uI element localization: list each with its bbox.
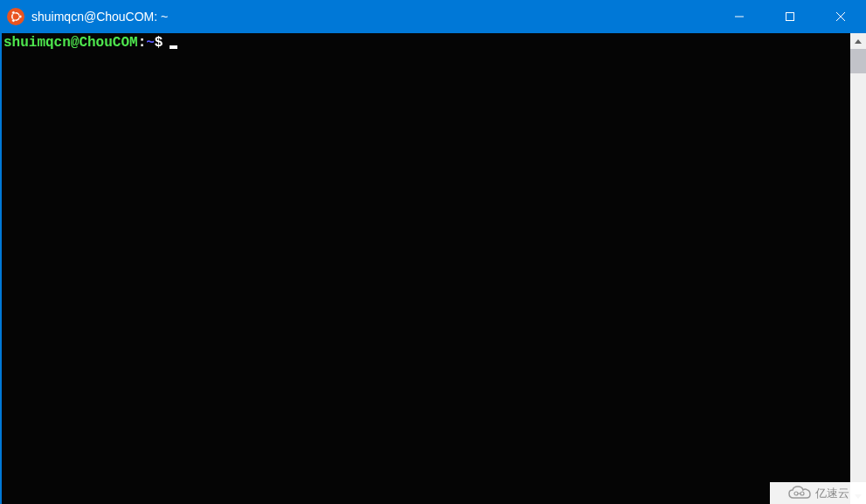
cloud-icon	[787, 486, 812, 501]
maximize-button[interactable]	[765, 0, 815, 33]
ubuntu-icon	[7, 8, 24, 25]
terminal-cursor	[170, 45, 177, 49]
scroll-thumb[interactable]	[850, 49, 866, 73]
prompt-symbol: $	[155, 35, 163, 51]
titlebar-left: shuimqcn@ChouCOM: ~	[7, 8, 168, 25]
terminal-container: shuimqcn@ChouCOM:~$	[0, 33, 866, 504]
window-titlebar[interactable]: shuimqcn@ChouCOM: ~	[0, 0, 866, 33]
close-button[interactable]	[815, 0, 866, 33]
svg-point-3	[12, 11, 16, 15]
prompt-separator: :	[138, 35, 147, 51]
svg-point-9	[794, 492, 798, 495]
terminal-body[interactable]: shuimqcn@ChouCOM:~$	[2, 33, 850, 504]
svg-rect-6	[786, 13, 794, 21]
watermark-text: 亿速云	[815, 486, 849, 501]
minimize-button[interactable]	[714, 0, 765, 33]
watermark: 亿速云	[770, 482, 866, 504]
scroll-track[interactable]	[850, 49, 866, 488]
window-border-left	[0, 33, 2, 504]
scroll-up-arrow-icon[interactable]	[850, 33, 866, 49]
svg-point-10	[800, 492, 804, 495]
svg-point-4	[12, 19, 16, 23]
window-title: shuimqcn@ChouCOM: ~	[31, 10, 168, 24]
window-controls	[714, 0, 866, 33]
svg-point-2	[18, 15, 22, 18]
vertical-scrollbar[interactable]	[850, 33, 866, 504]
prompt-user-host: shuimqcn@ChouCOM	[3, 35, 138, 51]
prompt-line: shuimqcn@ChouCOM:~$	[3, 35, 849, 51]
prompt-path: ~	[146, 35, 155, 51]
